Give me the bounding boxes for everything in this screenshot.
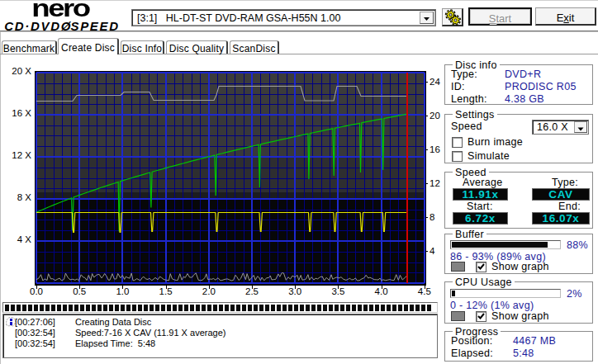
svg-text:1.0: 1.0 xyxy=(116,286,129,296)
svg-text:4 X: 4 X xyxy=(17,234,32,244)
svg-text:20 X: 20 X xyxy=(12,66,31,76)
svg-text:4.5: 4.5 xyxy=(418,286,431,296)
svg-text:16 X: 16 X xyxy=(12,108,31,118)
svg-text:2.5: 2.5 xyxy=(245,286,259,296)
svg-text:8: 8 xyxy=(430,212,434,222)
svg-text:3.0: 3.0 xyxy=(288,286,301,296)
svg-text:24: 24 xyxy=(430,77,440,87)
svg-text:0.0: 0.0 xyxy=(30,286,43,296)
svg-text:4: 4 xyxy=(430,246,435,256)
svg-text:4.0: 4.0 xyxy=(375,286,388,296)
svg-text:8 X: 8 X xyxy=(17,192,32,202)
svg-text:16: 16 xyxy=(430,144,440,154)
svg-text:20: 20 xyxy=(430,111,440,121)
svg-text:1.5: 1.5 xyxy=(159,286,173,296)
svg-text:3.5: 3.5 xyxy=(331,286,344,296)
svg-text:12 X: 12 X xyxy=(12,150,31,160)
svg-text:0.5: 0.5 xyxy=(73,286,86,296)
svg-text:12: 12 xyxy=(430,178,440,188)
svg-text:2.0: 2.0 xyxy=(202,286,216,296)
